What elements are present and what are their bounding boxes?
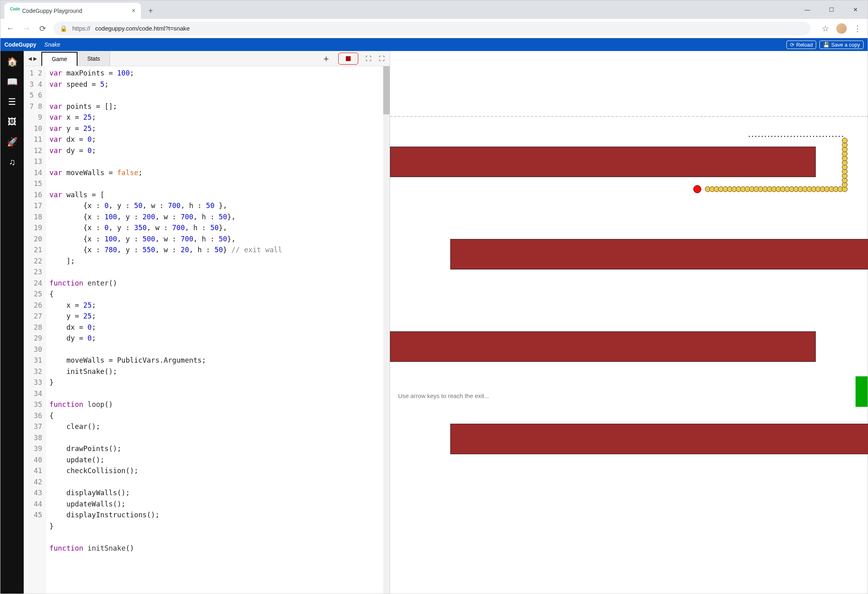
browser-tabstrip: Code CodeGuppy Playground × + — ☐ ✕	[0, 0, 868, 19]
wall-1	[390, 147, 816, 177]
scrollbar-thumb[interactable]	[383, 66, 390, 114]
url-text: codeguppy.com/code.html?t=snake	[95, 25, 190, 32]
browser-window: Code CodeGuppy Playground × + — ☐ ✕ ← → …	[0, 0, 868, 594]
reload-label: Reload	[796, 42, 813, 48]
wall-4	[450, 424, 868, 454]
editor-pane: ◀ ▶ Game Stats ＋ ⛶ ⛶ 1 2 3 4 5 6 7 8 9 1…	[24, 51, 390, 594]
window-controls: — ☐ ✕	[795, 0, 868, 19]
browser-tab-active[interactable]: Code CodeGuppy Playground ×	[4, 3, 141, 19]
save-icon: 💾	[823, 42, 829, 48]
editor-scrollbar[interactable]	[383, 66, 390, 594]
wall-3	[390, 331, 816, 362]
code-editor[interactable]: 1 2 3 4 5 6 7 8 9 10 11 12 13 14 15 16 1…	[24, 66, 390, 594]
list-icon[interactable]: ☰	[8, 97, 16, 107]
tab-game[interactable]: Game	[41, 52, 78, 66]
url-protocol: https://	[72, 25, 90, 32]
save-copy-button[interactable]: 💾Save a copy	[819, 41, 864, 49]
stage-dashed-border	[390, 116, 868, 117]
tab-title: CodeGuppy Playground	[22, 8, 82, 14]
close-window-icon[interactable]: ✕	[843, 0, 868, 19]
reload-icon[interactable]: ⟳	[37, 24, 48, 33]
home-icon[interactable]: 🏠	[7, 57, 18, 67]
url-input[interactable]: 🔒 https://codeguppy.com/code.html?t=snak…	[53, 22, 811, 35]
tab-favicon-icon: Code	[10, 7, 18, 15]
project-name: Snake	[44, 41, 60, 48]
preview-pane: Use arrow keys to reach the exit...	[390, 51, 868, 594]
workspace: ◀ ▶ Game Stats ＋ ⛶ ⛶ 1 2 3 4 5 6 7 8 9 1…	[24, 51, 868, 594]
lock-icon: 🔒	[60, 25, 67, 32]
stop-button[interactable]	[338, 53, 358, 65]
star-icon[interactable]: ☆	[820, 24, 831, 33]
reload-button[interactable]: ⟳Reload	[786, 41, 816, 49]
avatar[interactable]	[836, 23, 847, 34]
left-sidebar: 🏠 📖 ☰ 🖼 🚀 ♫	[0, 51, 24, 594]
new-tab-button[interactable]: +	[143, 4, 158, 18]
save-label: Save a copy	[831, 42, 860, 48]
code-content[interactable]: var maxPoints = 100; var speed = 5; var …	[46, 66, 390, 594]
maximize-icon[interactable]: ☐	[819, 0, 843, 19]
app-topbar: CodeGuppy Snake ⟳Reload 💾Save a copy	[0, 38, 868, 51]
tab-scroll-arrows[interactable]: ◀ ▶	[24, 56, 41, 61]
expand-editor-icon[interactable]: ⛶	[366, 55, 372, 62]
minimize-icon[interactable]: —	[795, 0, 819, 19]
back-icon[interactable]: ←	[5, 24, 16, 33]
expand-preview-icon[interactable]: ⛶	[379, 55, 385, 62]
add-tab-button[interactable]: ＋	[319, 53, 333, 65]
instruction-text: Use arrow keys to reach the exit...	[398, 392, 489, 399]
menu-icon[interactable]: ⋮	[852, 24, 863, 33]
music-icon[interactable]: ♫	[9, 157, 16, 167]
rocket-icon[interactable]: 🚀	[7, 137, 18, 147]
forward-icon: →	[21, 24, 32, 33]
exit-wall	[856, 376, 868, 407]
stop-icon	[346, 56, 351, 61]
tab-stats[interactable]: Stats	[78, 51, 110, 66]
address-bar: ← → ⟳ 🔒 https://codeguppy.com/code.html?…	[0, 19, 868, 38]
app-brand[interactable]: CodeGuppy	[4, 41, 36, 48]
line-gutter: 1 2 3 4 5 6 7 8 9 10 11 12 13 14 15 16 1…	[24, 66, 46, 594]
close-icon[interactable]: ×	[132, 7, 135, 14]
wall-2	[450, 239, 868, 269]
editor-tabs: ◀ ▶ Game Stats ＋ ⛶ ⛶	[24, 51, 390, 66]
refresh-icon: ⟳	[790, 42, 794, 48]
image-icon[interactable]: 🖼	[8, 117, 16, 127]
book-icon[interactable]: 📖	[7, 77, 18, 87]
game-canvas[interactable]: Use arrow keys to reach the exit...	[390, 51, 868, 594]
app-body: 🏠 📖 ☰ 🖼 🚀 ♫ ◀ ▶ Game Stats ＋ ⛶ ⛶	[0, 51, 868, 594]
